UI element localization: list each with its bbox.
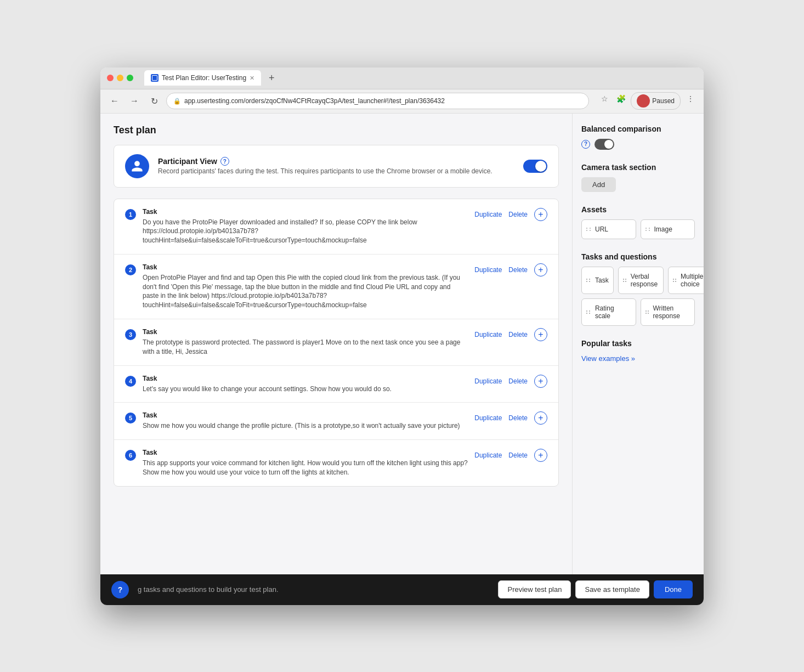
task-4-label: Task	[143, 375, 468, 382]
user-avatar	[637, 94, 650, 108]
task-number-2: 2	[125, 264, 136, 275]
browser-icons: ☆ 🧩 Paused ⋮	[598, 92, 697, 110]
back-button[interactable]: ←	[107, 93, 122, 109]
drag-dots-icon	[673, 279, 676, 282]
task-2-label: Task	[143, 263, 468, 271]
extensions-icon[interactable]: 🧩	[614, 92, 627, 105]
tab-favicon	[151, 74, 158, 82]
task-2-duplicate[interactable]: Duplicate	[474, 266, 502, 274]
task-type-rating-scale-button[interactable]: Rating scale	[581, 298, 636, 326]
task-1-actions: Duplicate Delete +	[474, 208, 547, 221]
forward-button[interactable]: →	[127, 93, 142, 109]
assets-grid: URL Image	[581, 219, 695, 239]
balanced-comparison-section: Balanced comparison ?	[581, 125, 695, 150]
task-5-add-btn[interactable]: +	[534, 411, 547, 425]
traffic-lights	[107, 75, 133, 81]
minimize-traffic-light[interactable]	[117, 75, 123, 81]
task-number-3: 3	[125, 329, 136, 340]
assets-section: Assets URL	[581, 205, 695, 239]
tab-title: Test Plan Editor: UserTesting	[162, 74, 246, 82]
task-5-content: Task Show me how you would change the pr…	[143, 411, 468, 431]
task-6-content: Task This app supports your voice comman…	[143, 449, 468, 477]
task-type-multiple-choice-button[interactable]: Multiple choice	[668, 267, 704, 294]
task-types-grid: Task Verbal response	[581, 267, 695, 294]
tasks-questions-section: Tasks and questions Task	[581, 252, 695, 326]
task-2-actions: Duplicate Delete +	[474, 263, 547, 276]
drag-dots-icon	[646, 310, 649, 314]
url-bar[interactable]: 🔒 app.usertesting.com/orders/zqoCfNw4CFt…	[166, 93, 589, 109]
task-1-content: Task Do you have the ProtoPie Player dow…	[143, 208, 468, 245]
help-button[interactable]: ?	[111, 581, 129, 598]
balanced-comparison-row: ?	[581, 139, 695, 150]
bottom-bar-actions: Preview test plan Save as template Done	[498, 580, 693, 598]
help-icon: ?	[118, 585, 123, 594]
participant-view-card: Participant View ? Record participants' …	[114, 145, 559, 188]
menu-icon[interactable]: ⋮	[684, 92, 697, 105]
preview-test-plan-button[interactable]: Preview test plan	[498, 580, 571, 598]
tab-area: Test Plan Editor: UserTesting ✕ +	[144, 70, 697, 86]
table-row: 3 Task The prototype is password protect…	[114, 319, 558, 366]
person-icon	[131, 160, 144, 173]
task-6-actions: Duplicate Delete +	[474, 449, 547, 462]
task-6-delete[interactable]: Delete	[508, 451, 528, 459]
balanced-comparison-info-icon[interactable]: ?	[581, 140, 590, 149]
url-asset-button[interactable]: URL	[581, 219, 636, 239]
task-3-duplicate[interactable]: Duplicate	[474, 331, 502, 338]
task-2-delete[interactable]: Delete	[508, 266, 528, 274]
task-type-written-response-button[interactable]: Written response	[641, 298, 695, 326]
task-4-content: Task Let's say you would like to change …	[143, 375, 468, 394]
participant-view-info-icon[interactable]: ?	[220, 157, 229, 166]
task-3-add-btn[interactable]: +	[534, 328, 547, 341]
participant-view-icon	[125, 154, 149, 178]
task-5-actions: Duplicate Delete +	[474, 411, 547, 425]
task-1-duplicate[interactable]: Duplicate	[474, 211, 502, 218]
image-asset-button[interactable]: Image	[641, 219, 695, 239]
drag-dots-icon	[586, 279, 591, 282]
balanced-comparison-toggle[interactable]	[594, 139, 614, 150]
camera-add-button[interactable]: Add	[581, 177, 616, 192]
tasks-questions-title: Tasks and questions	[581, 252, 695, 261]
task-5-delete[interactable]: Delete	[508, 414, 528, 422]
task-3-content: Task The prototype is password protected…	[143, 328, 468, 357]
drag-dots-icon	[623, 279, 626, 282]
popular-tasks-section: Popular tasks View examples »	[581, 339, 695, 363]
participant-view-toggle[interactable]	[523, 160, 547, 173]
task-5-text: Show me how you would change the profile…	[143, 421, 468, 431]
save-as-template-button[interactable]: Save as template	[575, 580, 649, 598]
table-row: 6 Task This app supports your voice comm…	[114, 440, 558, 486]
close-traffic-light[interactable]	[107, 75, 114, 81]
task-number-4: 4	[125, 376, 136, 387]
new-tab-button[interactable]: +	[265, 71, 278, 85]
task-1-delete[interactable]: Delete	[508, 211, 528, 218]
maximize-traffic-light[interactable]	[127, 75, 133, 81]
task-type-task-button[interactable]: Task	[581, 267, 614, 294]
browser-window: Test Plan Editor: UserTesting ✕ + ← → ↻ …	[100, 67, 704, 605]
task-number-5: 5	[125, 413, 136, 423]
active-tab[interactable]: Test Plan Editor: UserTesting ✕	[144, 70, 261, 86]
task-6-add-btn[interactable]: +	[534, 449, 547, 462]
task-3-delete[interactable]: Delete	[508, 331, 528, 338]
task-number-1: 1	[125, 209, 136, 220]
task-3-label: Task	[143, 328, 468, 336]
done-button[interactable]: Done	[654, 580, 693, 598]
task-3-actions: Duplicate Delete +	[474, 328, 547, 341]
task-6-duplicate[interactable]: Duplicate	[474, 451, 502, 459]
task-4-duplicate[interactable]: Duplicate	[474, 377, 502, 385]
task-1-add-btn[interactable]: +	[534, 208, 547, 221]
task-2-add-btn[interactable]: +	[534, 263, 547, 276]
bottom-bar-text: g tasks and questions to build your test…	[138, 585, 489, 594]
address-bar: ← → ↻ 🔒 app.usertesting.com/orders/zqoCf…	[100, 89, 704, 114]
tab-close-btn[interactable]: ✕	[250, 75, 254, 82]
paused-button[interactable]: Paused	[631, 92, 681, 110]
drag-handle-icon	[646, 228, 651, 231]
reload-button[interactable]: ↻	[146, 93, 162, 109]
task-type-verbal-button[interactable]: Verbal response	[618, 267, 664, 294]
bookmark-icon[interactable]: ☆	[598, 92, 611, 105]
table-row: 4 Task Let's say you would like to chang…	[114, 366, 558, 403]
task-4-add-btn[interactable]: +	[534, 375, 547, 388]
title-bar: Test Plan Editor: UserTesting ✕ +	[100, 67, 704, 89]
task-4-delete[interactable]: Delete	[508, 377, 528, 385]
participant-view-subtitle: Record participants' faces during the te…	[158, 167, 514, 175]
view-examples-link[interactable]: View examples »	[581, 354, 635, 363]
task-5-duplicate[interactable]: Duplicate	[474, 414, 502, 422]
